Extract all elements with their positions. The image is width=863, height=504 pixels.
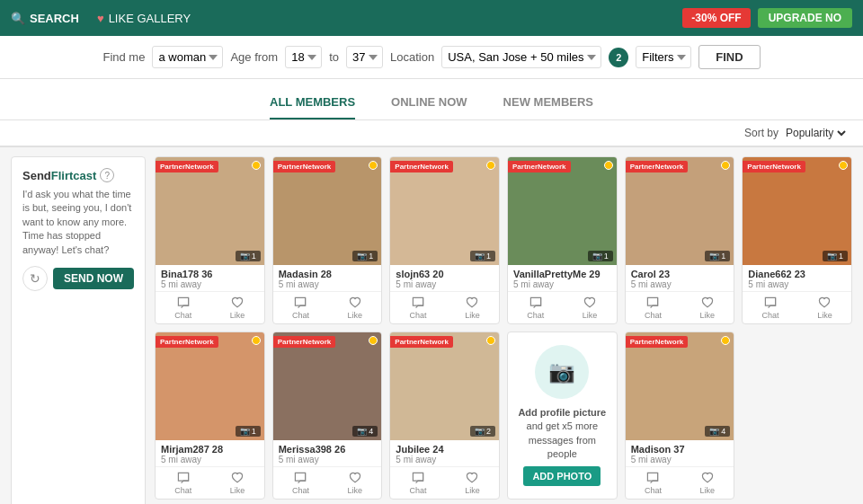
like-label: Like <box>230 486 245 495</box>
online-indicator <box>369 336 378 345</box>
online-indicator <box>486 336 495 345</box>
like-action[interactable]: Like <box>230 471 245 495</box>
chat-action[interactable]: Chat <box>762 296 779 320</box>
tab-new-members[interactable]: NEW MEMBERS <box>503 90 593 119</box>
like-label: Like <box>465 311 480 320</box>
card-info: Carol 23 5 mi away <box>626 265 734 291</box>
find-button[interactable]: FIND <box>698 45 760 69</box>
like-action[interactable]: Like <box>465 471 480 495</box>
member-username: VanillaPrettyMe 29 <box>513 269 611 279</box>
chat-icon <box>293 296 307 310</box>
like-label: Like <box>465 486 480 495</box>
chat-action[interactable]: Chat <box>174 471 191 495</box>
member-distance: 5 mi away <box>631 279 729 289</box>
member-card: PartnerNetwork📷1 VanillaPrettyMe 29 5 mi… <box>507 156 618 324</box>
member-username: Mirjam287 28 <box>161 444 259 455</box>
chat-icon <box>411 296 425 310</box>
card-actions: Chat Like <box>156 466 264 499</box>
like-gallery-nav[interactable]: ♥ LIKE GALLERY <box>97 12 191 25</box>
header-left: 🔍 SEARCH ♥ LIKE GALLERY <box>11 12 191 25</box>
partner-network-badge: PartnerNetwork <box>508 161 571 172</box>
partner-network-badge: PartnerNetwork <box>273 161 336 172</box>
tab-online-now[interactable]: ONLINE NOW <box>391 90 467 119</box>
discount-button[interactable]: -30% OFF <box>682 8 750 28</box>
sort-select[interactable]: Popularity Newest Distance <box>782 126 849 140</box>
member-card: PartnerNetwork📷1 Madasin 28 5 mi away Ch… <box>272 156 383 324</box>
tabs: ALL MEMBERS ONLINE NOW NEW MEMBERS <box>0 79 863 120</box>
age-to-select[interactable]: 37404550 <box>346 46 383 68</box>
like-icon <box>465 471 479 485</box>
like-action[interactable]: Like <box>583 296 598 320</box>
flirtcast-help-icon[interactable]: ? <box>100 168 114 182</box>
like-icon <box>348 296 362 310</box>
add-photo-title: Add profile picture <box>518 407 606 418</box>
like-action[interactable]: Like <box>348 471 363 495</box>
member-distance: 5 mi away <box>396 455 494 464</box>
like-icon <box>230 296 245 310</box>
search-nav[interactable]: 🔍 SEARCH <box>11 12 79 25</box>
camera-small-icon: 📷 <box>827 252 837 261</box>
like-label: Like <box>583 311 598 320</box>
member-distance: 5 mi away <box>396 279 494 289</box>
like-action[interactable]: Like <box>700 471 716 495</box>
chat-action[interactable]: Chat <box>174 296 191 320</box>
partner-network-badge: PartnerNetwork <box>390 161 453 172</box>
member-distance: 5 mi away <box>748 279 846 289</box>
card-info: Madison 37 5 mi away <box>626 440 734 466</box>
like-action[interactable]: Like <box>348 296 363 320</box>
tab-all-members[interactable]: ALL MEMBERS <box>270 90 355 119</box>
chat-action[interactable]: Chat <box>645 471 662 495</box>
like-label: Like <box>348 486 363 495</box>
main-content: Send Flirtcast ? I'd ask you what the ti… <box>0 147 863 504</box>
member-username: Madison 37 <box>631 444 729 455</box>
location-select[interactable]: USA, San Jose + 50 miles <box>441 46 601 68</box>
chat-action[interactable]: Chat <box>292 296 309 320</box>
like-action[interactable]: Like <box>230 296 245 320</box>
upgrade-button[interactable]: UPGRADE NO <box>758 8 852 28</box>
add-photo-text: Add profile picture and get x5 more mess… <box>508 406 617 462</box>
photo-count: 📷4 <box>705 426 730 437</box>
card-info: Bina178 36 5 mi away <box>156 265 264 291</box>
photo-count: 📷1 <box>236 426 261 437</box>
chat-action[interactable]: Chat <box>410 296 427 320</box>
like-label: Like <box>817 311 832 320</box>
like-action[interactable]: Like <box>700 296 716 320</box>
add-photo-subtext: and get x5 more messages from people <box>527 420 599 459</box>
chat-action[interactable]: Chat <box>527 296 544 320</box>
like-action[interactable]: Like <box>465 296 480 320</box>
like-label: Like <box>700 311 716 320</box>
find-me-label: Find me <box>102 50 145 64</box>
like-action[interactable]: Like <box>817 296 832 320</box>
header-right: -30% OFF UPGRADE NO <box>682 8 852 28</box>
member-username: Diane662 23 <box>748 269 846 279</box>
chat-icon <box>176 471 191 485</box>
chat-action[interactable]: Chat <box>292 471 309 495</box>
sort-bar: Sort by Popularity Newest Distance <box>0 120 863 146</box>
chat-action[interactable]: Chat <box>645 296 662 320</box>
chat-icon <box>529 296 543 310</box>
camera-small-icon: 📷 <box>240 427 250 436</box>
chat-action[interactable]: Chat <box>410 471 427 495</box>
member-distance: 5 mi away <box>279 455 377 464</box>
photo-count: 📷4 <box>352 426 378 437</box>
chat-label: Chat <box>174 311 191 320</box>
search-icon: 🔍 <box>11 12 25 25</box>
filters-select[interactable]: Filters <box>636 46 691 68</box>
flirtcast-title-highlight: Flirtcast <box>51 169 97 182</box>
card-actions: Chat Like <box>390 291 499 323</box>
camera-small-icon: 📷 <box>475 427 485 436</box>
online-indicator <box>252 161 261 170</box>
member-distance: 5 mi away <box>513 279 611 289</box>
chat-label: Chat <box>410 486 427 495</box>
chat-label: Chat <box>762 311 779 320</box>
photo-count: 📷1 <box>470 251 495 261</box>
send-now-button[interactable]: SEND NOW <box>53 268 134 289</box>
add-photo-button[interactable]: ADD PHOTO <box>523 466 601 486</box>
add-photo-card: 📷 Add profile picture and get x5 more me… <box>507 332 618 500</box>
gender-select[interactable]: a woman a man <box>152 46 223 68</box>
member-username: Madasin 28 <box>279 269 377 279</box>
partner-network-badge: PartnerNetwork <box>743 161 805 172</box>
member-card: PartnerNetwork📷1 slojn63 20 5 mi away Ch… <box>389 156 500 324</box>
refresh-button[interactable]: ↻ <box>22 266 48 291</box>
age-from-select[interactable]: 18202530 <box>285 46 322 68</box>
